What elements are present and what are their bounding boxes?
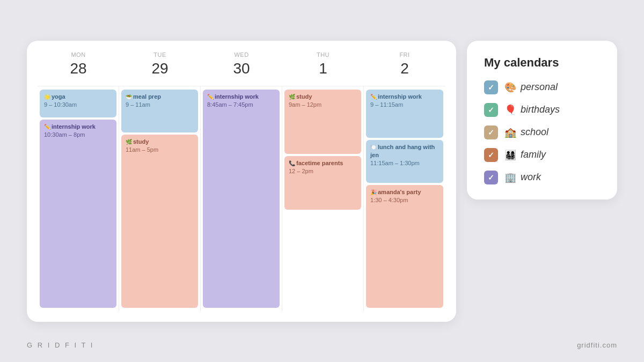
checkbox-personal[interactable]: ✓ xyxy=(484,80,498,94)
day-name-wed: WED xyxy=(234,51,248,58)
emoji-school: 🏫 xyxy=(504,127,516,138)
internship-emoji-wed: ✏️ xyxy=(207,94,214,100)
day-number-tue: 29 xyxy=(151,60,168,77)
day-column-wed: ✏️internship work 8:45am – 7:45pm xyxy=(201,86,282,311)
checkbox-birthdays[interactable]: ✓ xyxy=(484,103,498,117)
calendar-item-work[interactable]: ✓ 🏢 work xyxy=(484,171,600,184)
event-tue-meal[interactable]: 🥗meal prep 9 – 11am xyxy=(121,90,198,132)
emoji-work: 🏢 xyxy=(504,172,516,183)
calendar-item-school[interactable]: ✓ 🏫 school xyxy=(484,125,600,139)
day-name-mon: MON xyxy=(71,51,85,58)
label-family: 👨‍👩‍👧‍👦 family xyxy=(504,149,546,161)
brand-url: gridfiti.com xyxy=(577,341,617,349)
day-column-fri: ✏️internship work 9 – 11:15am 🍽️lunch an… xyxy=(364,86,445,311)
day-number-wed: 30 xyxy=(233,60,250,77)
day-header-wed: WED 30 xyxy=(201,51,282,82)
calendars-title: My calendars xyxy=(484,56,600,70)
internship-emoji-fri: ✏️ xyxy=(370,94,377,100)
calendar-item-birthdays[interactable]: ✓ 🎈 birthdays xyxy=(484,103,600,117)
day-column-mon: 🌟yoga 9 – 10:30am ✏️internship work 10:3… xyxy=(38,86,119,311)
label-work: 🏢 work xyxy=(504,172,541,183)
label-school: 🏫 school xyxy=(504,127,548,138)
emoji-family: 👨‍👩‍👧‍👦 xyxy=(504,149,516,161)
day-header-mon: MON 28 xyxy=(38,51,119,82)
study-emoji-tue: 🌿 xyxy=(126,139,132,145)
label-personal: 🎨 personal xyxy=(504,82,558,93)
checkbox-school[interactable]: ✓ xyxy=(484,125,498,139)
party-emoji: 🎉 xyxy=(370,189,377,195)
lunch-emoji: 🍽️ xyxy=(370,144,377,150)
day-column-thu: 🌿study 9am – 12pm 📞facetime parents 12 –… xyxy=(282,86,364,311)
calendar-grid: 🌟yoga 9 – 10:30am ✏️internship work 10:3… xyxy=(38,86,445,311)
calendar-item-personal[interactable]: ✓ 🎨 personal xyxy=(484,80,600,94)
event-fri-lunch[interactable]: 🍽️lunch and hang with jen 11:15am – 1:30… xyxy=(366,140,443,183)
main-container: MON 28 TUE 29 WED 30 THU 1 FRI 2 xyxy=(27,41,617,322)
checkbox-family[interactable]: ✓ xyxy=(484,148,498,162)
emoji-personal: 🎨 xyxy=(504,82,516,93)
day-name-tue: TUE xyxy=(153,51,166,58)
event-thu-study[interactable]: 🌿study 9am – 12pm xyxy=(284,90,361,154)
event-thu-facetime[interactable]: 📞facetime parents 12 – 2pm xyxy=(284,156,361,210)
internship-emoji-mon: ✏️ xyxy=(44,124,50,130)
day-header-fri: FRI 2 xyxy=(364,51,445,82)
study-emoji-thu: 🌿 xyxy=(289,94,295,100)
check-work: ✓ xyxy=(488,173,494,182)
event-mon-yoga[interactable]: 🌟yoga 9 – 10:30am xyxy=(40,90,116,117)
day-number-thu: 1 xyxy=(319,60,327,77)
day-number-mon: 28 xyxy=(70,60,86,77)
check-school: ✓ xyxy=(488,128,494,137)
day-number-fri: 2 xyxy=(400,60,409,77)
event-tue-study[interactable]: 🌿study 11am – 5pm xyxy=(121,135,198,308)
check-personal: ✓ xyxy=(488,83,494,92)
event-mon-internship[interactable]: ✏️internship work 10:30am – 8pm xyxy=(40,120,116,308)
calendar-card: MON 28 TUE 29 WED 30 THU 1 FRI 2 xyxy=(27,41,456,322)
check-family: ✓ xyxy=(488,151,494,159)
day-name-thu: THU xyxy=(317,51,330,58)
yoga-emoji: 🌟 xyxy=(44,94,50,100)
event-wed-internship[interactable]: ✏️internship work 8:45am – 7:45pm xyxy=(203,90,280,308)
calendar-item-family[interactable]: ✓ 👨‍👩‍👧‍👦 family xyxy=(484,148,600,162)
facetime-emoji: 📞 xyxy=(289,160,295,166)
label-birthdays: 🎈 birthdays xyxy=(504,104,560,116)
calendar-header: MON 28 TUE 29 WED 30 THU 1 FRI 2 xyxy=(38,51,445,82)
footer: G R I D F I T I gridfiti.com xyxy=(27,341,617,349)
day-header-thu: THU 1 xyxy=(282,51,364,82)
brand-name: G R I D F I T I xyxy=(27,341,94,349)
meal-emoji: 🥗 xyxy=(126,94,132,100)
calendars-panel: My calendars ✓ 🎨 personal ✓ 🎈 birthdays … xyxy=(467,41,617,200)
event-fri-party[interactable]: 🎉amanda's party 1:30 – 4:30pm xyxy=(366,185,443,308)
day-name-fri: FRI xyxy=(399,51,409,58)
day-column-tue: 🥗meal prep 9 – 11am 🌿study 11am – 5pm xyxy=(119,86,201,311)
emoji-birthdays: 🎈 xyxy=(504,104,516,116)
event-fri-internship[interactable]: ✏️internship work 9 – 11:15am xyxy=(366,90,443,138)
day-header-tue: TUE 29 xyxy=(119,51,201,82)
checkbox-work[interactable]: ✓ xyxy=(484,171,498,184)
check-birthdays: ✓ xyxy=(488,106,494,114)
